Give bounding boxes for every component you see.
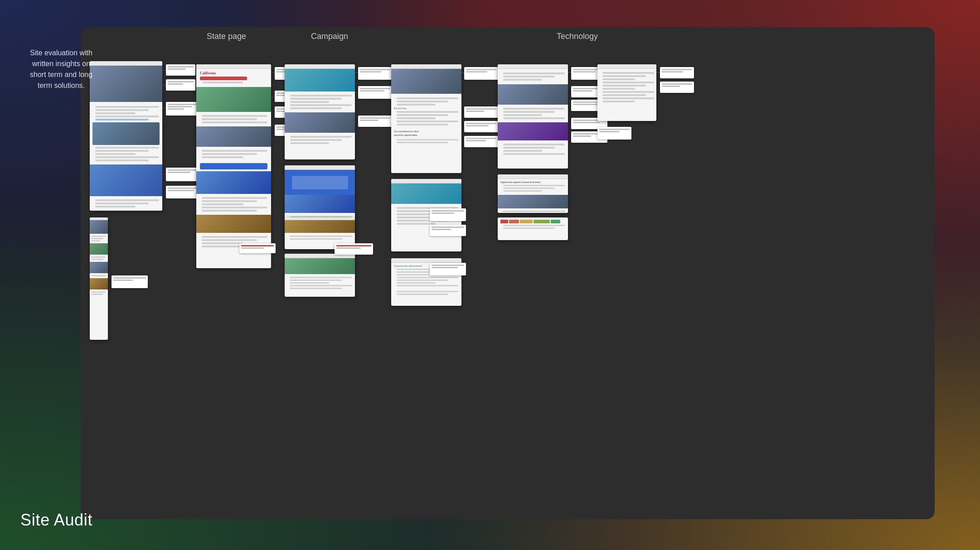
col-header-campaign: Campaign — [311, 32, 348, 41]
main-canvas: State page Campaign Technology — [81, 27, 935, 519]
ann-news-5 — [430, 208, 466, 221]
ann-camp-3 — [358, 116, 392, 127]
ann-news-4 — [464, 136, 498, 147]
thumb-campaign-1 — [285, 64, 355, 159]
ann-news-2 — [464, 106, 498, 118]
ann-camp-2 — [358, 86, 392, 99]
thumb-home-sidebar — [90, 217, 108, 340]
thumb-state-main: California — [196, 64, 271, 268]
col-header-technology: Technology — [557, 32, 598, 41]
thumb-tech-rating — [498, 217, 568, 240]
ann-camp-1 — [358, 67, 392, 80]
ann-news-6 — [430, 225, 466, 236]
ann-tech3-2 — [660, 82, 694, 93]
thumb-home-main — [90, 61, 162, 211]
ann-news-3 — [464, 121, 498, 132]
ann-camp-btn — [335, 243, 373, 255]
ann-home-2 — [166, 79, 195, 91]
side-description: Site evaluation with written insights on… — [25, 48, 97, 91]
thumb-tech-2: Digital local support to boost local lev… — [498, 174, 568, 213]
col-header-state: State page — [207, 32, 246, 41]
thumb-news-1: link text here Our commitment to drive e… — [391, 64, 461, 173]
ann-tech3-lower — [597, 127, 631, 140]
ann-news-1 — [464, 67, 498, 80]
thumb-tech-3 — [597, 64, 656, 121]
ann-tech3-1 — [660, 67, 694, 78]
thumb-tech-1 — [498, 64, 568, 169]
ann-cyber-1 — [430, 263, 466, 275]
page-title: Site Audit — [20, 511, 92, 530]
ann-home-1 — [166, 64, 195, 76]
thumb-campaign-3 — [285, 254, 355, 297]
ann-home-6 — [112, 275, 148, 288]
ann-state-5 — [239, 243, 276, 253]
